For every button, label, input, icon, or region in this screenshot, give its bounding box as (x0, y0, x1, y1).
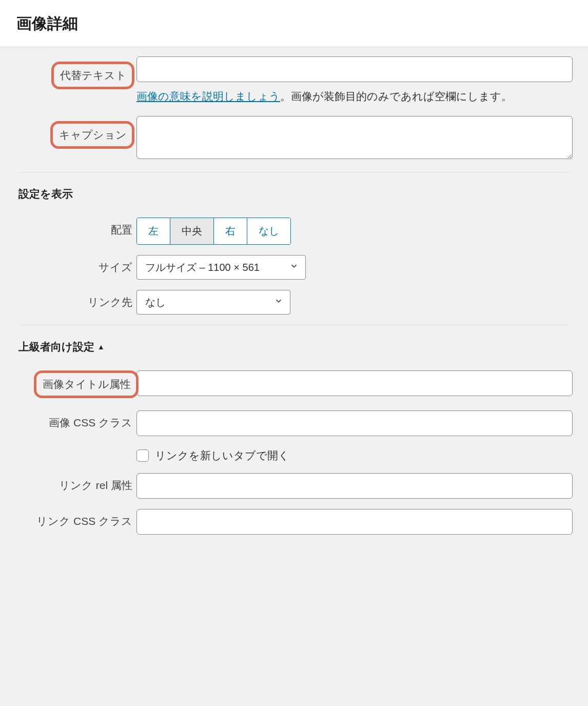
link-select-wrap: なし (136, 290, 290, 315)
row-image-title: 画像タイトル属性 (0, 370, 588, 400)
row-link-rel: リンク rel 属性 (0, 473, 588, 499)
open-new-tab-checkbox[interactable] (136, 449, 149, 462)
advanced-section-toggle[interactable]: 上級者向け設定 (18, 340, 588, 354)
display-section-title: 設定を表示 (18, 187, 588, 201)
align-center-button[interactable]: 中央 (170, 218, 214, 244)
align-right-button[interactable]: 右 (214, 218, 247, 244)
label-image-title: 画像タイトル属性 (34, 370, 139, 398)
open-new-tab-label: リンクを新しいタブで開く (155, 448, 289, 463)
link-select[interactable]: なし (136, 290, 290, 315)
alt-text-hint: 画像の意味を説明しましょう。画像が装飾目的のみであれば空欄にします。 (136, 87, 573, 106)
page-title: 画像詳細 (16, 13, 572, 34)
content: 代替テキスト 画像の意味を説明しましょう。画像が装飾目的のみであれば空欄にします… (0, 47, 588, 565)
align-none-button[interactable]: なし (247, 218, 290, 244)
row-size: サイズ フルサイズ – 1100 × 561 (0, 255, 588, 280)
divider (18, 325, 570, 325)
label-align: 配置 (0, 218, 132, 237)
row-align: 配置 左 中央 右 なし (0, 218, 588, 245)
row-link: リンク先 なし (0, 290, 588, 315)
label-caption: キャプション (50, 121, 134, 149)
link-css-input[interactable] (136, 509, 573, 535)
align-left-button[interactable]: 左 (137, 218, 170, 244)
row-link-css: リンク CSS クラス (0, 509, 588, 535)
align-button-group: 左 中央 右 なし (136, 218, 291, 245)
size-select-wrap: フルサイズ – 1100 × 561 (136, 255, 306, 280)
image-title-input[interactable] (136, 370, 573, 396)
size-select[interactable]: フルサイズ – 1100 × 561 (136, 255, 306, 280)
link-rel-input[interactable] (136, 473, 573, 499)
page-header: 画像詳細 (0, 0, 588, 47)
row-alt-text: 代替テキスト 画像の意味を説明しましょう。画像が装飾目的のみであれば空欄にします… (0, 56, 588, 106)
row-open-new-tab: リンクを新しいタブで開く (0, 446, 588, 463)
image-css-input[interactable] (136, 410, 573, 436)
alt-text-hint-rest: 。画像が装飾目的のみであれば空欄にします。 (280, 90, 512, 102)
label-link-rel: リンク rel 属性 (0, 473, 132, 493)
row-caption: キャプション (0, 116, 588, 162)
row-image-css: 画像 CSS クラス (0, 410, 588, 436)
label-link-css: リンク CSS クラス (0, 509, 132, 528)
divider (18, 172, 570, 172)
alt-text-input[interactable] (136, 56, 573, 82)
caption-input[interactable] (136, 116, 573, 159)
alt-text-hint-link[interactable]: 画像の意味を説明しましょう (136, 90, 280, 102)
label-alt-text: 代替テキスト (51, 62, 134, 89)
label-image-css: 画像 CSS クラス (0, 410, 132, 430)
open-new-tab-group: リンクを新しいタブで開く (136, 448, 573, 463)
label-size: サイズ (0, 255, 132, 274)
label-link: リンク先 (0, 290, 132, 309)
